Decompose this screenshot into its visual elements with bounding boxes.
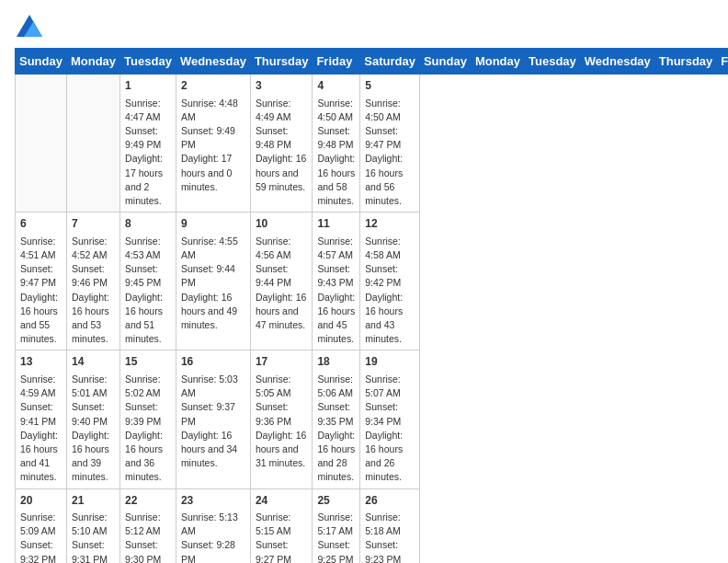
day-number: 4 bbox=[317, 78, 355, 94]
header-day-friday: Friday bbox=[717, 49, 728, 75]
day-info: Daylight: 16 hours and 53 minutes. bbox=[72, 291, 115, 347]
day-info: Sunrise: 5:12 AM bbox=[125, 511, 171, 538]
day-info: Sunrise: 5:06 AM bbox=[317, 373, 355, 400]
calendar-cell: 16Sunrise: 5:03 AMSunset: 9:37 PMDayligh… bbox=[176, 350, 250, 488]
day-info: Sunset: 9:44 PM bbox=[256, 262, 308, 290]
calendar-cell: 18Sunrise: 5:06 AMSunset: 9:35 PMDayligh… bbox=[313, 350, 360, 488]
day-info: Sunset: 9:44 PM bbox=[181, 262, 245, 290]
calendar-cell: 14Sunrise: 5:01 AMSunset: 9:40 PMDayligh… bbox=[66, 350, 119, 488]
day-info: Daylight: 16 hours and 26 minutes. bbox=[365, 429, 415, 485]
calendar-cell: 21Sunrise: 5:10 AMSunset: 9:31 PMDayligh… bbox=[66, 488, 119, 563]
day-info: Sunrise: 4:58 AM bbox=[365, 235, 415, 262]
day-number: 9 bbox=[181, 216, 245, 232]
day-number: 3 bbox=[256, 78, 308, 94]
day-number: 20 bbox=[20, 493, 62, 509]
day-number: 18 bbox=[317, 354, 355, 370]
day-info: Daylight: 16 hours and 47 minutes. bbox=[256, 291, 308, 333]
header-day-thursday: Thursday bbox=[654, 49, 717, 75]
day-info: Sunrise: 4:50 AM bbox=[317, 97, 355, 124]
calendar-cell: 9Sunrise: 4:55 AMSunset: 9:44 PMDaylight… bbox=[176, 213, 250, 350]
day-info: Daylight: 16 hours and 59 minutes. bbox=[256, 152, 308, 194]
calendar-cell: 17Sunrise: 5:05 AMSunset: 9:36 PMDayligh… bbox=[250, 350, 313, 488]
day-info: Sunset: 9:45 PM bbox=[125, 262, 171, 290]
day-info: Sunrise: 4:48 AM bbox=[181, 97, 245, 124]
calendar-cell: 12Sunrise: 4:58 AMSunset: 9:42 PMDayligh… bbox=[360, 213, 420, 350]
logo-icon bbox=[17, 15, 42, 37]
calendar-cell: 26Sunrise: 5:18 AMSunset: 9:23 PMDayligh… bbox=[360, 488, 420, 563]
week-row-4: 20Sunrise: 5:09 AMSunset: 9:32 PMDayligh… bbox=[16, 488, 729, 563]
week-row-3: 13Sunrise: 4:59 AMSunset: 9:41 PMDayligh… bbox=[16, 350, 729, 488]
calendar-cell: 1Sunrise: 4:47 AMSunset: 9:49 PMDaylight… bbox=[120, 75, 176, 213]
calendar-cell: 3Sunrise: 4:49 AMSunset: 9:48 PMDaylight… bbox=[250, 75, 313, 213]
day-info: Sunrise: 4:59 AM bbox=[20, 373, 62, 400]
calendar-cell: 10Sunrise: 4:56 AMSunset: 9:44 PMDayligh… bbox=[250, 213, 313, 350]
calendar-cell: 22Sunrise: 5:12 AMSunset: 9:30 PMDayligh… bbox=[120, 488, 176, 563]
day-info: Sunrise: 4:52 AM bbox=[72, 235, 115, 262]
day-info: Sunset: 9:30 PM bbox=[125, 538, 171, 563]
week-row-2: 6Sunrise: 4:51 AMSunset: 9:47 PMDaylight… bbox=[16, 213, 729, 350]
day-info: Sunset: 9:49 PM bbox=[181, 124, 245, 152]
day-number: 2 bbox=[181, 78, 245, 94]
day-number: 15 bbox=[125, 354, 171, 370]
calendar-cell: 6Sunrise: 4:51 AMSunset: 9:47 PMDaylight… bbox=[16, 213, 67, 350]
day-info: Sunrise: 5:02 AM bbox=[125, 373, 171, 400]
header-tuesday: Tuesday bbox=[120, 49, 176, 75]
day-info: Sunrise: 5:13 AM bbox=[181, 511, 245, 538]
calendar-cell: 23Sunrise: 5:13 AMSunset: 9:28 PMDayligh… bbox=[176, 488, 250, 563]
day-info: Sunrise: 4:47 AM bbox=[125, 97, 171, 124]
day-info: Sunset: 9:49 PM bbox=[125, 124, 171, 152]
day-number: 21 bbox=[72, 493, 115, 509]
day-info: Sunrise: 5:10 AM bbox=[72, 511, 115, 538]
day-info: Sunset: 9:23 PM bbox=[365, 538, 415, 563]
calendar-cell: 25Sunrise: 5:17 AMSunset: 9:25 PMDayligh… bbox=[313, 488, 360, 563]
day-info: Sunrise: 5:15 AM bbox=[256, 511, 308, 538]
calendar-header-row: SundayMondayTuesdayWednesdayThursdayFrid… bbox=[16, 49, 729, 75]
day-number: 1 bbox=[125, 78, 171, 94]
day-info: Sunrise: 4:51 AM bbox=[20, 235, 62, 262]
day-info: Sunset: 9:39 PM bbox=[125, 400, 171, 428]
day-number: 6 bbox=[20, 216, 62, 232]
week-row-1: 1Sunrise: 4:47 AMSunset: 9:49 PMDaylight… bbox=[16, 75, 729, 213]
day-info: Sunset: 9:37 PM bbox=[181, 400, 245, 428]
day-info: Sunset: 9:36 PM bbox=[256, 400, 308, 428]
calendar-cell bbox=[66, 75, 119, 213]
header-saturday: Saturday bbox=[360, 49, 420, 75]
day-number: 11 bbox=[317, 216, 355, 232]
header-wednesday: Wednesday bbox=[176, 49, 250, 75]
calendar-cell: 19Sunrise: 5:07 AMSunset: 9:34 PMDayligh… bbox=[360, 350, 420, 488]
day-info: Daylight: 17 hours and 0 minutes. bbox=[181, 152, 245, 194]
calendar-cell bbox=[16, 75, 67, 213]
header-day-tuesday: Tuesday bbox=[525, 49, 581, 75]
calendar-cell: 2Sunrise: 4:48 AMSunset: 9:49 PMDaylight… bbox=[176, 75, 250, 213]
day-info: Sunset: 9:42 PM bbox=[365, 262, 415, 290]
day-info: Sunrise: 5:07 AM bbox=[365, 373, 415, 400]
day-info: Sunrise: 5:18 AM bbox=[365, 511, 415, 538]
day-info: Daylight: 16 hours and 45 minutes. bbox=[317, 291, 355, 347]
day-info: Daylight: 16 hours and 39 minutes. bbox=[72, 429, 115, 485]
logo bbox=[15, 15, 42, 37]
day-number: 22 bbox=[125, 493, 171, 509]
calendar-cell: 7Sunrise: 4:52 AMSunset: 9:46 PMDaylight… bbox=[66, 213, 119, 350]
day-number: 17 bbox=[256, 354, 308, 370]
day-info: Sunset: 9:25 PM bbox=[317, 538, 355, 563]
day-number: 10 bbox=[256, 216, 308, 232]
day-number: 16 bbox=[181, 354, 245, 370]
header-sunday: Sunday bbox=[16, 49, 67, 75]
day-info: Sunset: 9:34 PM bbox=[365, 400, 415, 428]
day-info: Sunset: 9:28 PM bbox=[181, 538, 245, 563]
day-info: Sunrise: 5:01 AM bbox=[72, 373, 115, 400]
day-info: Sunrise: 4:49 AM bbox=[256, 97, 308, 124]
day-info: Daylight: 16 hours and 51 minutes. bbox=[125, 291, 171, 347]
day-number: 8 bbox=[125, 216, 171, 232]
day-info: Sunset: 9:43 PM bbox=[317, 262, 355, 290]
day-info: Sunrise: 4:55 AM bbox=[181, 235, 245, 262]
day-number: 7 bbox=[72, 216, 115, 232]
calendar-cell: 24Sunrise: 5:15 AMSunset: 9:27 PMDayligh… bbox=[250, 488, 313, 563]
day-info: Sunset: 9:27 PM bbox=[256, 538, 308, 563]
page-header bbox=[15, 15, 713, 37]
day-info: Daylight: 16 hours and 34 minutes. bbox=[181, 429, 245, 471]
day-info: Sunset: 9:35 PM bbox=[317, 400, 355, 428]
day-info: Sunset: 9:48 PM bbox=[256, 124, 308, 152]
day-number: 14 bbox=[72, 354, 115, 370]
day-info: Daylight: 16 hours and 31 minutes. bbox=[256, 429, 308, 471]
